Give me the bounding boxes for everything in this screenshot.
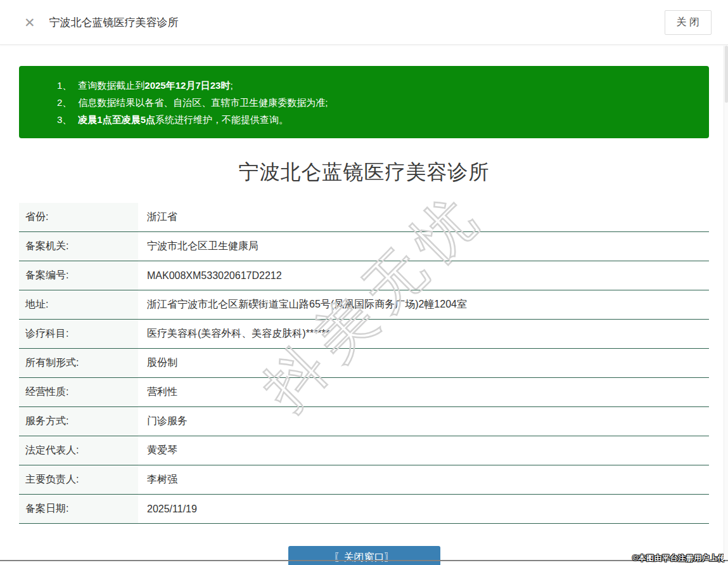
row-label: 主要负责人: bbox=[19, 465, 138, 494]
notice-text: 查询数据截止到 bbox=[78, 80, 144, 91]
row-label: 经营性质: bbox=[19, 378, 138, 406]
row-value: 宁波市北仑区卫生健康局 bbox=[138, 232, 709, 261]
table-row-principal: 主要负责人: 李树强 bbox=[19, 465, 709, 495]
table-row-province: 省份: 浙江省 bbox=[19, 203, 709, 232]
button-row: 〖关闭窗口〗 bbox=[0, 546, 728, 565]
bottom-divider bbox=[0, 560, 728, 561]
page-title: 宁波北仑蓝镜医疗美容诊所 bbox=[0, 159, 728, 186]
row-label: 服务方式: bbox=[19, 407, 138, 436]
notice-line: 1、查询数据截止到2025年12月7日23时; bbox=[57, 77, 696, 94]
table-row-ownership-form: 所有制形式: 股份制 bbox=[19, 349, 709, 378]
row-value: 黄爱琴 bbox=[138, 436, 709, 465]
row-value: 2025/11/19 bbox=[138, 495, 709, 523]
row-label: 备案机关: bbox=[19, 232, 138, 261]
notice-text: 系统进行维护，不能提供查询。 bbox=[155, 114, 288, 125]
info-table: 省份: 浙江省 备案机关: 宁波市北仑区卫生健康局 备案编号: MAK008XM… bbox=[19, 203, 709, 524]
row-value: 股份制 bbox=[138, 349, 709, 377]
row-value: 医疗美容科(美容外科、美容皮肤科)****** bbox=[138, 320, 709, 348]
notice-text: ; bbox=[230, 80, 233, 91]
table-row-filing-number: 备案编号: MAK008XM533020617D2212 bbox=[19, 261, 709, 290]
notice-text-bold: 凌晨1点至凌晨5点 bbox=[78, 114, 155, 125]
row-label: 备案日期: bbox=[19, 495, 138, 523]
notice-line: 3、凌晨1点至凌晨5点系统进行维护，不能提供查询。 bbox=[57, 111, 696, 128]
row-label: 法定代表人: bbox=[19, 436, 138, 465]
row-value: MAK008XM533020617D2212 bbox=[138, 261, 709, 290]
notice-number: 1、 bbox=[57, 80, 72, 91]
table-row-address: 地址: 浙江省宁波市北仑区新碶街道宝山路65号(凤凰国际商务广场)2幢1204室 bbox=[19, 290, 709, 320]
row-value: 李树强 bbox=[138, 465, 709, 494]
table-row-service-mode: 服务方式: 门诊服务 bbox=[19, 407, 709, 436]
notice-number: 3、 bbox=[57, 114, 72, 125]
table-row-business-nature: 经营性质: 营利性 bbox=[19, 378, 709, 407]
notice-number: 2、 bbox=[57, 97, 72, 108]
table-row-filing-authority: 备案机关: 宁波市北仑区卫生健康局 bbox=[19, 232, 709, 261]
row-value: 营利性 bbox=[138, 378, 709, 406]
row-label: 省份: bbox=[19, 203, 138, 231]
table-row-filing-date: 备案日期: 2025/11/19 bbox=[19, 495, 709, 524]
row-value: 浙江省 bbox=[138, 203, 709, 231]
notice-line: 2、信息数据结果以各省、自治区、直辖市卫生健康委数据为准; bbox=[57, 94, 696, 111]
row-value: 门诊服务 bbox=[138, 407, 709, 436]
row-label: 诊疗科目: bbox=[19, 320, 138, 348]
window-title: 宁波北仑蓝镜医疗美容诊所 bbox=[49, 15, 179, 30]
table-row-legal-representative: 法定代表人: 黄爱琴 bbox=[19, 436, 709, 465]
clinic-record-page: ✕ 宁波北仑蓝镜医疗美容诊所 关 闭 1、查询数据截止到2025年12月7日23… bbox=[0, 0, 728, 565]
scrollbar-thumb[interactable] bbox=[725, 46, 728, 103]
close-window-button[interactable]: 〖关闭窗口〗 bbox=[288, 546, 440, 565]
attribution-text: ©本图由平台注册用户上传 bbox=[632, 553, 725, 564]
row-value: 浙江省宁波市北仑区新碶街道宝山路65号(凤凰国际商务广场)2幢1204室 bbox=[138, 290, 709, 319]
row-label: 地址: bbox=[19, 290, 138, 319]
notice-text-bold: 2025年12月7日23时 bbox=[144, 80, 230, 91]
close-button[interactable]: 关 闭 bbox=[665, 10, 712, 35]
table-row-medical-subjects: 诊疗科目: 医疗美容科(美容外科、美容皮肤科)****** bbox=[19, 320, 709, 349]
close-icon[interactable]: ✕ bbox=[24, 16, 35, 29]
notice-text: 信息数据结果以各省、自治区、直辖市卫生健康委数据为准; bbox=[78, 97, 328, 108]
top-bar: ✕ 宁波北仑蓝镜医疗美容诊所 关 闭 bbox=[0, 0, 728, 45]
row-label: 备案编号: bbox=[19, 261, 138, 290]
scrollbar[interactable] bbox=[724, 46, 728, 560]
notice-banner: 1、查询数据截止到2025年12月7日23时; 2、信息数据结果以各省、自治区、… bbox=[19, 66, 709, 138]
row-label: 所有制形式: bbox=[19, 349, 138, 377]
